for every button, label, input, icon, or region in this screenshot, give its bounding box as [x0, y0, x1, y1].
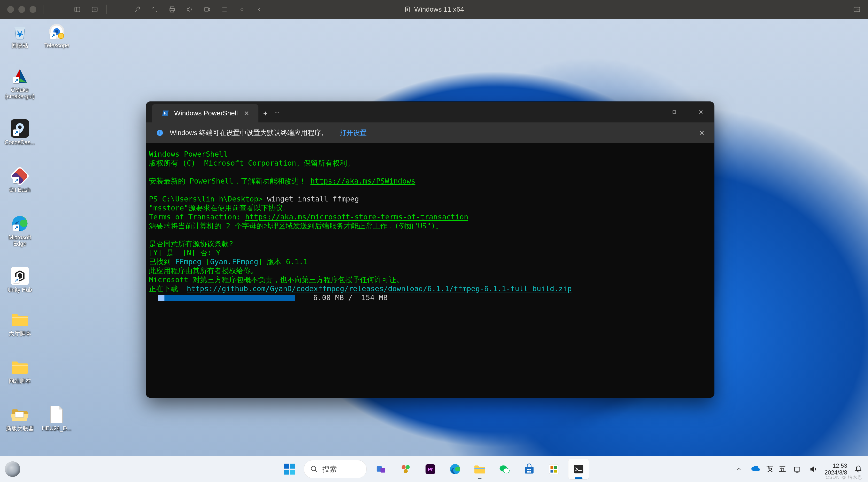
tray-network-icon[interactable]	[792, 464, 802, 475]
terminal-body[interactable]: Windows PowerShell 版权所有 (C) Microsoft Co…	[146, 143, 714, 398]
traffic-close[interactable]	[7, 6, 14, 13]
desktop-icon-label: CocosDas...	[5, 139, 35, 145]
tray-ime-method[interactable]: 五	[779, 464, 786, 474]
camera-icon[interactable]	[203, 5, 211, 13]
tray-volume-icon[interactable]	[808, 464, 819, 475]
taskbar-people[interactable]	[395, 459, 416, 480]
svg-rect-57	[527, 471, 529, 473]
desktop-icon-unity[interactable]: ↗ Unity Hub	[3, 267, 37, 293]
pip-icon[interactable]	[853, 6, 861, 13]
minimize-button[interactable]	[634, 102, 661, 122]
sound-icon[interactable]	[186, 5, 194, 13]
shortcut-badge-icon: ↗	[50, 32, 56, 39]
taskbar-search[interactable]: 搜索	[304, 460, 367, 478]
search-placeholder: 搜索	[322, 464, 337, 474]
taskbar-explorer[interactable]	[469, 459, 490, 480]
svg-rect-7	[205, 8, 209, 11]
svg-rect-39	[284, 470, 289, 475]
terminal-titlebar[interactable]: Windows PowerShell ✕ ＋ ﹀	[146, 102, 714, 122]
document-icon	[404, 6, 411, 13]
svg-rect-62	[551, 470, 553, 473]
new-tab-button[interactable]: ＋	[258, 104, 273, 122]
traffic-max[interactable]	[30, 6, 36, 13]
svg-rect-2	[92, 7, 97, 12]
sidebar-icon[interactable]	[73, 5, 82, 13]
desktop-icon-folder1[interactable]: 大厅脚本	[3, 310, 37, 337]
tray-overflow-button[interactable]	[734, 464, 744, 475]
start-button[interactable]	[279, 459, 300, 480]
file-icon	[48, 405, 66, 424]
cortana-icon[interactable]	[5, 461, 20, 477]
taskbar: 搜索 Pr 英 五 12:53 2024/3/8 CSDN @ 枯木思	[0, 456, 868, 482]
svg-point-53	[503, 468, 509, 473]
desktop-icon-label: HEU24_D...	[42, 425, 72, 431]
svg-rect-44	[380, 468, 385, 473]
maximize-button[interactable]	[661, 102, 688, 122]
edge-icon: ↗	[11, 214, 29, 233]
cocos-icon: ↗	[11, 119, 29, 138]
taskbar-terminal[interactable]	[568, 459, 589, 480]
desktop-icon-cocos[interactable]: ↗ CocosDas...	[3, 119, 37, 145]
tray-notifications-icon[interactable]	[853, 464, 864, 475]
recycle-bin-icon	[11, 22, 29, 41]
infobar-link[interactable]: 打开设置	[340, 128, 367, 138]
powershell-icon	[161, 109, 169, 117]
telescope-icon: ↗	[48, 22, 66, 41]
close-button[interactable]	[688, 102, 714, 122]
gitbash-icon: ↗	[11, 167, 29, 185]
tray-ime-lang[interactable]: 英	[767, 464, 773, 474]
vm-title-text: Windows 11 x64	[414, 6, 464, 13]
folder-icon	[11, 358, 29, 376]
tab-dropdown-button[interactable]: ﹀	[273, 104, 282, 122]
desktop-icon-label: Git Bash	[9, 187, 31, 193]
wrench-icon[interactable]	[133, 5, 142, 13]
svg-point-46	[406, 465, 410, 469]
desktop-icon-heu[interactable]: HEU24_D...	[40, 405, 73, 431]
desktop-icon-recycle[interactable]: 回收站	[3, 22, 37, 49]
toolbar-divider	[43, 5, 44, 14]
taskbar-center: 搜索 Pr	[279, 459, 589, 480]
desktop-icon-telescope[interactable]: ↗ Telescope	[40, 22, 73, 49]
taskbar-store[interactable]	[519, 459, 539, 480]
svg-rect-51	[474, 468, 485, 469]
desktop[interactable]: 回收站 ↗ CMake (cmake-gui) ↗ CocosDas... ↗ …	[0, 19, 868, 456]
settings-icon[interactable]	[91, 5, 99, 13]
toolbar-divider-2	[106, 5, 106, 14]
traffic-lights[interactable]	[7, 6, 36, 13]
tray-onedrive-icon[interactable]	[750, 464, 761, 475]
vm-right-controls	[853, 6, 861, 13]
resize-icon[interactable]	[151, 5, 159, 13]
svg-point-3	[94, 9, 95, 10]
tab-close-button[interactable]: ✕	[242, 108, 251, 119]
desktop-icon-folder3[interactable]: 新版大联盟	[3, 405, 37, 431]
desktop-icon-edge[interactable]: ↗ Microsoft Edge	[3, 214, 37, 247]
infobar-close-button[interactable]: ✕	[699, 129, 705, 137]
desktop-icon-gitbash[interactable]: ↗ Git Bash	[3, 167, 37, 193]
taskbar-taskview[interactable]	[371, 459, 392, 480]
taskbar-edge[interactable]	[445, 459, 465, 480]
taskbar-wechat[interactable]	[494, 459, 515, 480]
record-icon[interactable]	[238, 5, 246, 13]
back-icon[interactable]	[255, 5, 264, 13]
svg-rect-24	[15, 412, 24, 418]
tray-clock[interactable]: 12:53 2024/3/8	[825, 462, 847, 476]
snapshot-icon[interactable]	[220, 5, 228, 13]
printer-icon[interactable]	[168, 5, 176, 13]
cmake-icon: ↗	[11, 67, 29, 85]
svg-rect-65	[794, 467, 800, 471]
desktop-icon-cmake[interactable]: ↗ CMake (cmake-gui)	[3, 67, 37, 100]
terminal-tab[interactable]: Windows PowerShell ✕	[152, 104, 258, 122]
desktop-icon-label: Unity Hub	[8, 287, 32, 293]
svg-point-9	[241, 8, 243, 11]
desktop-icon-folder2[interactable]: 网站脚本	[3, 358, 37, 384]
svg-rect-37	[284, 464, 289, 469]
svg-point-45	[402, 465, 406, 469]
taskbar-devtools[interactable]	[544, 459, 564, 480]
info-icon	[156, 129, 164, 137]
tab-title: Windows PowerShell	[174, 109, 238, 117]
taskbar-right: 英 五 12:53 2024/3/8	[734, 456, 864, 482]
host-toolbar: Windows 11 x64	[0, 0, 868, 19]
taskbar-premiere[interactable]: Pr	[420, 459, 441, 480]
svg-text:Pr: Pr	[428, 467, 433, 472]
traffic-min[interactable]	[19, 6, 25, 13]
